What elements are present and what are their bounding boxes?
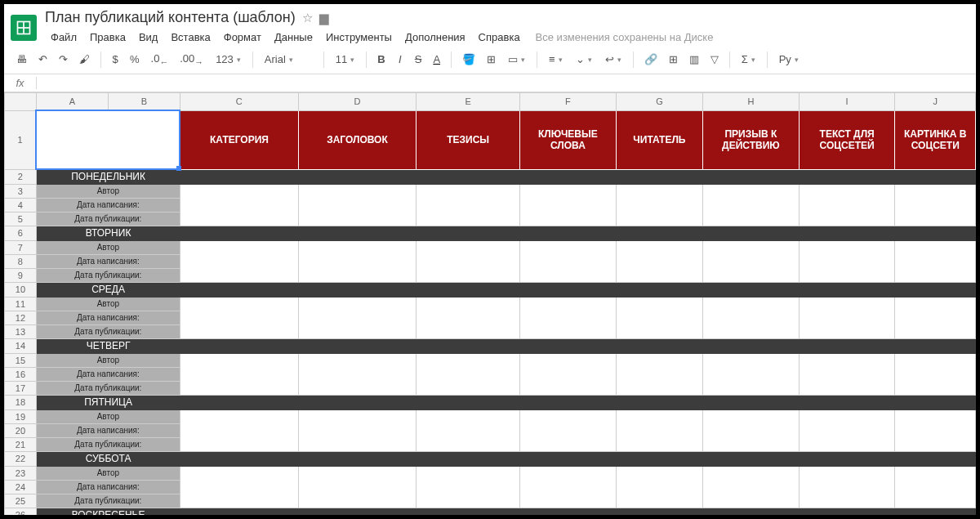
meta-label[interactable]: Дата публикации: [36, 212, 180, 226]
menu-view[interactable]: Вид [133, 29, 164, 46]
day-dark-cell[interactable] [416, 282, 520, 297]
day-dark-cell[interactable] [702, 282, 799, 297]
day-dark-cell[interactable] [180, 226, 298, 240]
row-head-23[interactable]: 23 [5, 466, 37, 480]
data-cell[interactable] [180, 353, 298, 395]
format-percent[interactable]: % [126, 51, 144, 68]
menu-file[interactable]: Файл [45, 29, 82, 46]
row-head-1[interactable]: 1 [5, 110, 37, 169]
day-dark-cell[interactable] [180, 451, 298, 466]
row-head-4[interactable]: 4 [5, 198, 37, 212]
header-e[interactable]: ТЕЗИСЫ [416, 110, 520, 169]
row-head-17[interactable]: 17 [5, 381, 37, 395]
data-cell[interactable] [895, 409, 976, 451]
data-cell[interactable] [298, 297, 416, 338]
meta-label[interactable]: Автор [36, 409, 180, 423]
meta-label[interactable]: Дата написания: [36, 423, 180, 437]
row-head-10[interactable]: 10 [5, 282, 37, 297]
col-head-i[interactable]: I [799, 92, 895, 110]
meta-label[interactable]: Дата написания: [36, 198, 180, 212]
day-dark-cell[interactable] [702, 169, 799, 184]
header-i[interactable]: ТЕКСТ ДЛЯ СОЦСЕТЕЙ [799, 110, 895, 169]
col-head-h[interactable]: H [702, 92, 799, 110]
day-dark-cell[interactable] [702, 226, 799, 240]
star-icon[interactable]: ☆ [302, 11, 313, 25]
day-dark-cell[interactable] [616, 338, 702, 353]
data-cell[interactable] [180, 240, 298, 282]
doc-title[interactable]: План публикаций контента (шаблон) [45, 9, 296, 26]
day-dark-cell[interactable] [298, 282, 416, 297]
row-head-7[interactable]: 7 [5, 240, 37, 254]
font-select[interactable]: Arial▾ [260, 51, 317, 67]
col-head-b[interactable]: B [108, 92, 180, 110]
col-head-f[interactable]: F [519, 92, 616, 110]
day-dark-cell[interactable] [799, 451, 895, 466]
col-head-c[interactable]: C [180, 92, 298, 110]
sheet-area[interactable]: A B C D E F G H I J 1КАТЕГОРИЯЗАГОЛОВОКТ… [4, 92, 976, 515]
data-cell[interactable] [519, 353, 616, 395]
day-dark-cell[interactable] [799, 395, 895, 409]
row-head-24[interactable]: 24 [5, 480, 37, 494]
data-cell[interactable] [519, 409, 616, 451]
font-size-select[interactable]: 11▾ [331, 51, 359, 67]
day-dark-cell[interactable] [895, 395, 976, 409]
meta-label[interactable]: Дата публикации: [36, 268, 180, 282]
day-dark-cell[interactable] [298, 226, 416, 240]
meta-label[interactable]: Автор [36, 466, 180, 480]
day-dark-cell[interactable] [895, 169, 976, 184]
menu-addons[interactable]: Дополнения [399, 29, 471, 46]
row-head-6[interactable]: 6 [5, 226, 37, 240]
data-cell[interactable] [298, 184, 416, 226]
chart-button[interactable]: ▥ [685, 51, 703, 68]
v-align-button[interactable]: ⌄▾ [571, 51, 597, 67]
day-label[interactable]: СРЕДА [36, 282, 180, 297]
header-c[interactable]: КАТЕГОРИЯ [180, 110, 298, 169]
bold-button[interactable]: B [373, 51, 389, 68]
data-cell[interactable] [416, 184, 520, 226]
h-align-button[interactable]: ≡▾ [544, 51, 568, 67]
meta-label[interactable]: Дата публикации: [36, 437, 180, 451]
row-head-15[interactable]: 15 [5, 353, 37, 367]
header-f[interactable]: КЛЮЧЕВЫЕ СЛОВА [519, 110, 616, 169]
row-head-14[interactable]: 14 [5, 338, 37, 353]
data-cell[interactable] [519, 184, 616, 226]
day-dark-cell[interactable] [519, 395, 616, 409]
day-dark-cell[interactable] [799, 226, 895, 240]
day-dark-cell[interactable] [298, 395, 416, 409]
data-cell[interactable] [519, 297, 616, 338]
data-cell[interactable] [180, 409, 298, 451]
day-dark-cell[interactable] [799, 508, 895, 515]
day-label[interactable]: ЧЕТВЕРГ [36, 338, 180, 353]
meta-label[interactable]: Дата написания: [36, 480, 180, 494]
data-cell[interactable] [180, 297, 298, 338]
day-dark-cell[interactable] [519, 226, 616, 240]
day-dark-cell[interactable] [519, 451, 616, 466]
menu-edit[interactable]: Правка [84, 29, 131, 46]
meta-label[interactable]: Дата публикации: [36, 324, 180, 338]
increase-decimal[interactable]: .00→ [176, 50, 207, 69]
data-cell[interactable] [616, 297, 702, 338]
meta-label[interactable]: Автор [36, 297, 180, 311]
row-head-16[interactable]: 16 [5, 367, 37, 381]
day-dark-cell[interactable] [799, 169, 895, 184]
row-head-18[interactable]: 18 [5, 395, 37, 409]
data-cell[interactable] [799, 353, 895, 395]
row-head-5[interactable]: 5 [5, 212, 37, 226]
data-cell[interactable] [895, 466, 976, 508]
row-head-20[interactable]: 20 [5, 423, 37, 437]
day-dark-cell[interactable] [180, 282, 298, 297]
menu-help[interactable]: Справка [473, 29, 526, 46]
day-dark-cell[interactable] [180, 338, 298, 353]
data-cell[interactable] [180, 466, 298, 508]
meta-label[interactable]: Дата написания: [36, 311, 180, 324]
row-head-12[interactable]: 12 [5, 311, 37, 324]
menu-data[interactable]: Данные [269, 29, 318, 46]
data-cell[interactable] [799, 240, 895, 282]
data-cell[interactable] [702, 353, 799, 395]
data-cell[interactable] [180, 184, 298, 226]
day-label[interactable]: ВОСКРЕСЕНЬЕ [36, 508, 180, 515]
wrap-button[interactable]: ↩▾ [600, 51, 626, 67]
day-dark-cell[interactable] [616, 282, 702, 297]
day-label[interactable]: СУББОТА [36, 451, 180, 466]
data-cell[interactable] [616, 184, 702, 226]
